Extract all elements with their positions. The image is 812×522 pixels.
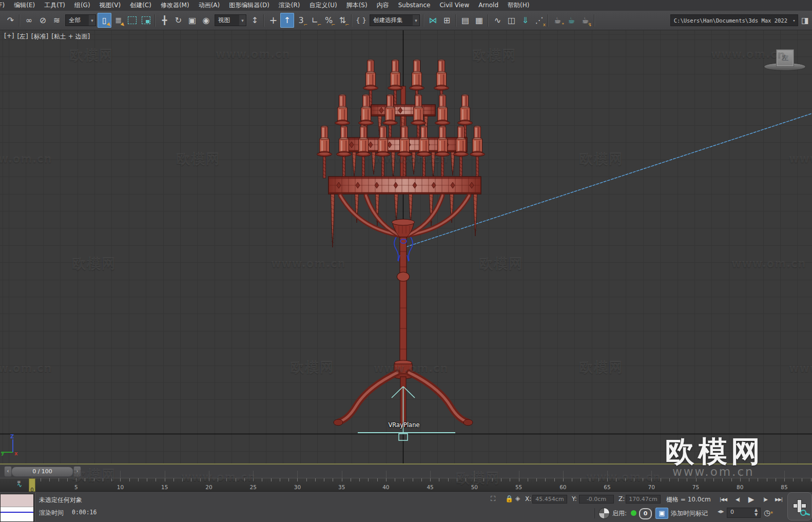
menu-item-17[interactable]: 帮助(H) [503, 0, 534, 11]
go-to-start-button[interactable]: |◀◀ [717, 493, 730, 506]
select-and-place-button[interactable]: ◉ [199, 13, 213, 28]
enable-label: 启用: [612, 509, 627, 518]
select-and-rotate-button[interactable]: ↻ [171, 13, 185, 28]
ribbon-toggle-button[interactable]: ▦ [472, 13, 486, 28]
layer-manager-button[interactable]: ▤ [458, 13, 472, 28]
clipped-tool-button[interactable]: ◨ [798, 13, 812, 28]
frame-label-10: 10 [113, 484, 127, 490]
angle-snap-toggle-button[interactable]: ∟⌐ [308, 13, 322, 28]
percent-snap-toggle-button[interactable]: %⌐ [322, 13, 336, 28]
current-frame-marker[interactable]: 0 [29, 478, 35, 492]
gizmo-layer: Z y x [0, 30, 812, 463]
y-field[interactable]: -0.0cm [579, 495, 614, 504]
absolute-mode-icon[interactable]: ◈ [515, 495, 520, 502]
material-editor-button[interactable]: ☕* [551, 13, 565, 28]
menu-item-7[interactable]: 修改器(M) [156, 0, 194, 11]
zero-badge[interactable]: 0 [639, 508, 652, 519]
mirror-button[interactable]: ⋈ [426, 13, 440, 28]
go-to-end-button[interactable]: ▶▶| [772, 493, 785, 506]
selection-filter-dropdown[interactable]: 全部▾ [65, 14, 96, 26]
project-path-field[interactable]: C:\Users\Han\Documents\3ds Max 2022▾ [670, 14, 798, 26]
key-clock-icon[interactable]: ◷* [764, 508, 773, 517]
snap-crosshair-button[interactable]: + [266, 13, 280, 28]
undo-button[interactable]: ↶ [0, 13, 4, 28]
macro-recorder-pane[interactable] [1, 494, 33, 507]
time-tag-cube-button[interactable]: ▣ [655, 508, 668, 519]
menu-item-11[interactable]: 自定义(U) [305, 0, 342, 11]
menu-item-5[interactable]: 视图(V) [95, 0, 126, 11]
mini-curve-editor-icon[interactable]: ≡∿ [17, 480, 28, 490]
x-field[interactable]: 45.454cm [532, 495, 567, 504]
menu-item-8[interactable]: 动画(A) [194, 0, 225, 11]
frame-label-75: 75 [689, 484, 703, 490]
schematic-view-button[interactable]: ◫ [505, 13, 518, 28]
render-flyout-button[interactable]: ⋰x [532, 13, 546, 28]
menu-item-3[interactable]: 工具(T) [40, 0, 70, 11]
next-key-button[interactable]: |▶ [759, 493, 772, 506]
frame-label-30: 30 [290, 484, 304, 490]
viewport-label-part-1[interactable]: [+] [4, 32, 14, 41]
named-selection-sets-dropdown[interactable]: 创建选择集▾ [370, 14, 420, 26]
edit-named-selection-sets-button[interactable]: { } [354, 13, 368, 28]
unlink-selection-button[interactable]: ⊘ [36, 13, 50, 28]
redo-button[interactable]: ↷ [4, 13, 17, 28]
select-object-button[interactable]: ▯▲ [98, 13, 111, 28]
rectangular-selection-region-button[interactable] [125, 13, 139, 28]
viewport-left-ortho[interactable]: [+][左][标准][粘土 + 边面] [0, 30, 812, 463]
menu-item-4[interactable]: 组(G) [70, 0, 95, 11]
align-button[interactable]: ⊞ [440, 13, 454, 28]
window-crossing-toggle-button[interactable] [139, 13, 153, 28]
reference-coordinate-system-dropdown[interactable]: 视图▾ [215, 14, 246, 26]
spinner-snap-toggle-button[interactable]: ⇅⌐ [336, 13, 350, 28]
viewport-label-part-4[interactable]: [粘土 + 边面] [51, 32, 90, 41]
menu-item-10[interactable]: 渲染(R) [274, 0, 305, 11]
toolbar-separator [548, 14, 549, 27]
toolbar-separator [19, 14, 21, 27]
menu-item-13[interactable]: 内容 [372, 0, 394, 11]
add-time-tag[interactable]: 添加时间标记 [671, 509, 708, 518]
select-by-name-button[interactable]: ≣▲ [111, 13, 125, 28]
rendered-frame-window-button[interactable]: ⇓ [518, 13, 532, 28]
listener-splitter[interactable] [34, 493, 36, 521]
set-key-plus-button[interactable] [787, 492, 812, 520]
isolate-selection-icon[interactable]: ⛶ [491, 495, 495, 503]
menu-item-9[interactable]: 图形编辑器(D) [224, 0, 274, 11]
menu-item-16[interactable]: Arnold [474, 0, 503, 11]
time-ruler[interactable]: ≡∿ 0 510152025303540455055606570758085 [0, 478, 812, 492]
render-production-button[interactable]: ☕↯ [578, 13, 592, 28]
selection-lock-icon[interactable]: 🔒 [505, 495, 513, 502]
frame-label-35: 35 [335, 484, 349, 490]
menu-item-15[interactable]: Civil View [435, 0, 474, 11]
frame-label-70: 70 [644, 484, 659, 490]
menu-item-1[interactable]: 文件(F) [0, 0, 9, 11]
snap-3d-button[interactable]: 3⌐ [294, 13, 308, 28]
viewcube[interactable]: 左 [776, 49, 794, 67]
viewport-label-part-2[interactable]: [左] [17, 32, 28, 41]
snaps-toggle-button[interactable]: ↑ [280, 13, 294, 28]
vrayplane-gizmo[interactable] [358, 386, 455, 440]
menu-item-6[interactable]: 创建(C) [125, 0, 156, 11]
select-and-scale-button[interactable]: ▣ [185, 13, 199, 28]
render-setup-button[interactable]: ☕ [565, 13, 578, 28]
shield-health-icon[interactable] [598, 508, 610, 519]
frame-field-spinner[interactable]: ▲▼ [755, 508, 758, 517]
select-and-move-button[interactable]: ╋ [158, 13, 171, 28]
frame-ticks [32, 478, 812, 481]
viewport-label-part-3[interactable]: [标准] [31, 32, 48, 41]
previous-frame-button[interactable]: ‹ [4, 466, 12, 477]
bind-to-space-warp-button[interactable]: ≋ [50, 13, 64, 28]
maxscript-mini-listener[interactable] [0, 494, 34, 522]
menu-item-2[interactable]: 编辑(E) [9, 0, 40, 11]
select-and-link-button[interactable]: ∞ [22, 13, 36, 28]
use-pivot-point-center-button[interactable]: ↕ [248, 13, 262, 28]
frame-spinner-arrows[interactable]: ◀▶ [718, 509, 724, 514]
menu-item-12[interactable]: 脚本(S) [342, 0, 372, 11]
y-label: Y: [572, 495, 577, 502]
play-button[interactable]: ▶ [744, 493, 758, 506]
previous-key-button[interactable]: ◀| [731, 493, 744, 506]
menu-item-14[interactable]: Substance [394, 0, 435, 11]
frame-label-60: 60 [556, 484, 570, 490]
z-field[interactable]: 170.47cm [626, 495, 661, 504]
listener-pane[interactable] [1, 507, 33, 521]
curve-editor-button[interactable]: ∿ [491, 13, 505, 28]
